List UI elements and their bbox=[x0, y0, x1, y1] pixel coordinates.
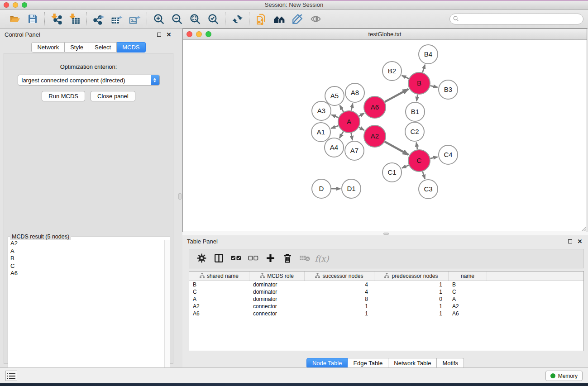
tab-select[interactable]: Select bbox=[89, 42, 117, 52]
edge-A-A1[interactable] bbox=[331, 126, 339, 129]
edge-C-C2[interactable] bbox=[416, 143, 417, 150]
network-from-file-button[interactable] bbox=[252, 11, 270, 27]
node-A5[interactable]: A5 bbox=[325, 86, 344, 105]
table-cell[interactable]: A6 bbox=[449, 310, 487, 317]
run-mcds-button[interactable]: Run MCDS bbox=[42, 91, 85, 101]
table-row[interactable]: A2connector11A2 bbox=[189, 303, 583, 310]
table-cell[interactable]: A bbox=[189, 295, 249, 303]
node-D[interactable]: D bbox=[312, 179, 331, 198]
network-graph[interactable]: B4B2BB3A5A8A6B1A3AC2A1A2A4A7C4CC1C3DD1 bbox=[183, 40, 587, 232]
table-cell[interactable]: dominator bbox=[249, 281, 305, 288]
edge-A-A5[interactable] bbox=[340, 105, 344, 112]
tab-edge-table[interactable]: Edge Table bbox=[348, 358, 388, 368]
tab-style[interactable]: Style bbox=[65, 42, 89, 52]
table-cell[interactable]: 8 bbox=[305, 295, 374, 303]
column-header-MCDS-role[interactable]: MCDS role bbox=[249, 272, 305, 281]
table-cell[interactable]: dominator bbox=[249, 288, 305, 295]
table-close-panel-icon[interactable]: ✕ bbox=[576, 238, 583, 245]
node-B3[interactable]: B3 bbox=[439, 80, 458, 99]
result-item[interactable]: C bbox=[9, 262, 164, 270]
table-row[interactable]: A6connector11A6 bbox=[189, 310, 583, 317]
tab-network[interactable]: Network bbox=[31, 42, 65, 52]
close-panel-button[interactable]: Close panel bbox=[91, 91, 135, 101]
node-C1[interactable]: C1 bbox=[382, 163, 402, 182]
select-all-button[interactable] bbox=[227, 251, 244, 267]
node-B1[interactable]: B1 bbox=[406, 102, 425, 121]
node-A[interactable]: A bbox=[338, 111, 360, 133]
table-cell[interactable]: 0 bbox=[374, 295, 449, 303]
window-resize-grip[interactable] bbox=[580, 225, 586, 231]
edge-A-A3[interactable] bbox=[331, 115, 338, 118]
table-cell[interactable]: C bbox=[449, 288, 487, 295]
edge-B-B4[interactable] bbox=[422, 65, 425, 72]
node-A8[interactable]: A8 bbox=[345, 83, 364, 102]
column-header-name[interactable]: name bbox=[449, 272, 487, 281]
node-A6[interactable]: A6 bbox=[364, 96, 386, 118]
edge-A-A2[interactable] bbox=[359, 127, 364, 130]
add-row-button[interactable] bbox=[262, 251, 279, 267]
tab-mcds[interactable]: MCDS bbox=[117, 42, 145, 52]
deselect-all-button[interactable] bbox=[244, 251, 262, 267]
edge-C-C1[interactable] bbox=[402, 165, 409, 168]
tab-motifs[interactable]: Motifs bbox=[437, 358, 464, 368]
table-cell[interactable]: connector bbox=[249, 303, 305, 310]
node-B2[interactable]: B2 bbox=[382, 62, 402, 81]
import-network-button[interactable] bbox=[48, 11, 66, 27]
node-C[interactable]: C bbox=[408, 150, 430, 172]
optimization-criterion-dropdown[interactable]: largest connected component (directed) bbox=[18, 75, 160, 86]
table-row[interactable]: Cdominator41C bbox=[189, 288, 583, 295]
export-image-button[interactable] bbox=[126, 11, 144, 27]
table-cell[interactable]: 1 bbox=[374, 281, 449, 288]
edge-A6-B[interactable] bbox=[385, 89, 408, 102]
edge-B-B1[interactable] bbox=[416, 95, 417, 101]
result-item[interactable]: A2 bbox=[9, 240, 164, 248]
import-table-button[interactable] bbox=[66, 11, 84, 27]
table-cell[interactable]: 1 bbox=[374, 303, 449, 310]
delete-rows-button[interactable] bbox=[279, 251, 296, 267]
result-item[interactable]: B bbox=[9, 255, 164, 262]
edge-A-A4[interactable] bbox=[339, 132, 343, 138]
node-B4[interactable]: B4 bbox=[419, 45, 438, 64]
edge-B-B3[interactable] bbox=[430, 86, 437, 87]
float-panel-icon[interactable] bbox=[155, 31, 163, 38]
node-A7[interactable]: A7 bbox=[345, 141, 364, 160]
table-cell[interactable]: 4 bbox=[305, 288, 374, 295]
edge-C-C3[interactable] bbox=[423, 172, 425, 179]
hide-labels-button[interactable] bbox=[288, 11, 306, 27]
table-cell[interactable]: dominator bbox=[249, 295, 305, 303]
edge-A-A7[interactable] bbox=[351, 133, 353, 140]
zoom-fit-button[interactable] bbox=[186, 11, 204, 27]
close-panel-icon[interactable]: ✕ bbox=[165, 31, 172, 38]
zoom-out-button[interactable] bbox=[168, 11, 186, 27]
edge-A2-C[interactable] bbox=[385, 142, 408, 155]
node-A4[interactable]: A4 bbox=[325, 138, 344, 157]
result-item[interactable]: A6 bbox=[9, 270, 164, 277]
zoom-in-button[interactable] bbox=[150, 11, 168, 27]
table-cell[interactable]: 1 bbox=[305, 303, 374, 310]
result-item[interactable]: A bbox=[9, 248, 164, 255]
table-cell[interactable]: connector bbox=[249, 310, 305, 317]
open-file-button[interactable] bbox=[5, 11, 24, 27]
memory-button[interactable]: Memory bbox=[545, 371, 583, 381]
tab-node-table[interactable]: Node Table bbox=[306, 358, 348, 368]
column-header-shared-name[interactable]: shared name bbox=[189, 272, 249, 281]
table-cell[interactable]: A2 bbox=[449, 303, 487, 310]
toggle-graphics-details-button[interactable] bbox=[306, 11, 325, 27]
table-cell[interactable]: B bbox=[189, 281, 249, 288]
task-history-icon[interactable] bbox=[5, 371, 17, 381]
table-float-panel-icon[interactable] bbox=[566, 238, 574, 245]
edge-C-C4[interactable] bbox=[430, 157, 437, 158]
network-canvas[interactable]: B4B2BB3A5A8A6B1A3AC2A1A2A4A7C4CC1C3DD1 bbox=[183, 40, 587, 232]
table-row[interactable]: Adominator80A bbox=[189, 295, 583, 303]
table-cell[interactable]: 4 bbox=[305, 281, 374, 288]
edge-A-A8[interactable] bbox=[351, 104, 353, 111]
export-table-button[interactable] bbox=[108, 11, 126, 27]
table-cell[interactable]: 1 bbox=[305, 310, 374, 317]
table-cell[interactable]: 1 bbox=[374, 310, 449, 317]
export-network-button[interactable] bbox=[90, 11, 108, 27]
node-C3[interactable]: C3 bbox=[419, 180, 438, 199]
table-cell[interactable]: C bbox=[189, 288, 249, 295]
table-row[interactable]: Bdominator41B bbox=[189, 281, 583, 288]
save-session-button[interactable] bbox=[24, 11, 42, 27]
settings-button[interactable] bbox=[193, 251, 210, 267]
